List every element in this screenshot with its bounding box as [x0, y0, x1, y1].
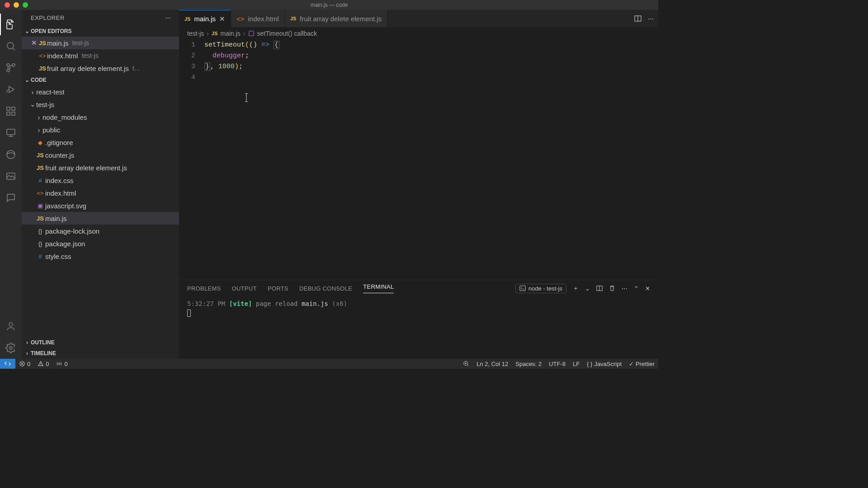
file-row[interactable]: JS counter.js	[22, 149, 179, 161]
titlebar: main.js — code	[0, 0, 658, 10]
panel-tab-problems[interactable]: PROBLEMS	[187, 285, 221, 292]
file-row[interactable]: JS fruit array delete element.js	[22, 161, 179, 174]
folder-row[interactable]: › react-test	[22, 85, 179, 98]
braces-icon: { }	[587, 361, 592, 367]
status-errors[interactable]: 0	[15, 361, 34, 367]
run-debug-icon[interactable]	[0, 79, 22, 100]
file-row[interactable]: ◆ .gitignore	[22, 136, 179, 149]
file-row[interactable]: # style.css	[22, 250, 179, 263]
file-row[interactable]: {} package.json	[22, 237, 179, 250]
open-editor-item[interactable]: ✕ <> index.html test-js	[22, 49, 179, 62]
settings-gear-icon[interactable]	[0, 337, 22, 359]
text-cursor-icon	[243, 93, 250, 102]
account-icon[interactable]	[0, 315, 22, 337]
panel-tab-output[interactable]: OUTPUT	[232, 285, 257, 292]
remote-explorer-icon[interactable]	[0, 122, 22, 144]
outline-section[interactable]: › OUTLINE	[22, 337, 179, 348]
status-encoding[interactable]: UTF-8	[545, 361, 569, 367]
close-icon[interactable]: ✕	[30, 39, 38, 47]
terminal-output[interactable]: 5:32:27 PM [vite] page reload main.js (x…	[179, 296, 658, 359]
close-tab-icon[interactable]: ✕	[219, 15, 225, 23]
svg-rect-14	[249, 31, 254, 36]
svg-rect-5	[7, 112, 10, 115]
source-control-icon[interactable]	[0, 57, 22, 79]
panel-more-icon[interactable]: ⋯	[622, 285, 627, 292]
code-section[interactable]: ⌄ CODE	[22, 75, 179, 85]
svg-rect-7	[12, 107, 15, 110]
file-row[interactable]: # index.css	[22, 174, 179, 187]
status-zoom[interactable]	[459, 361, 473, 367]
search-icon[interactable]	[0, 35, 22, 57]
split-editor-icon[interactable]	[634, 15, 642, 22]
warning-icon	[38, 361, 44, 367]
kill-terminal-icon[interactable]	[609, 285, 615, 291]
js-file-icon: JS	[290, 16, 296, 21]
editor-tab[interactable]: JS fruit array delete element.js	[285, 10, 387, 27]
js-file-icon: JS	[35, 152, 45, 159]
breadcrumbs[interactable]: test-js › JS main.js › setTimeout() call…	[179, 27, 658, 40]
html-file-icon: <>	[236, 15, 245, 23]
timeline-section[interactable]: › TIMELINE	[22, 348, 179, 359]
edge-icon[interactable]	[0, 144, 22, 165]
js-file-icon: JS	[38, 65, 47, 72]
radio-icon	[56, 361, 62, 367]
error-icon	[19, 361, 25, 367]
folder-row[interactable]: › node_modules	[22, 111, 179, 123]
code-editor[interactable]: 1 2 3 4 setTimeout(() => { debugger; }, …	[179, 40, 658, 280]
open-editors-section[interactable]: ⌄ OPEN EDITORS	[22, 26, 179, 37]
open-editor-item[interactable]: ✕ JS fruit array delete element.js t…	[22, 62, 179, 75]
remote-indicator[interactable]	[0, 359, 15, 369]
new-terminal-icon[interactable]: ＋	[573, 284, 579, 292]
terminal-selector[interactable]: node - test-js	[515, 284, 566, 293]
window-title: main.js — code	[311, 2, 348, 8]
close-window-button[interactable]	[5, 2, 10, 8]
file-row[interactable]: ▣ javascript.svg	[22, 199, 179, 212]
status-eol[interactable]: LF	[569, 361, 583, 367]
split-terminal-icon[interactable]	[596, 285, 603, 291]
html-file-icon: <>	[35, 190, 45, 197]
panel-tab-ports[interactable]: PORTS	[268, 285, 288, 292]
panel-tab-terminal[interactable]: TERMINAL	[363, 283, 394, 293]
editor-area: JS main.js ✕ <> index.html JS fruit arra…	[179, 10, 658, 359]
editor-tab[interactable]: JS main.js ✕	[179, 10, 231, 27]
svg-point-1	[12, 64, 15, 66]
svg-rect-8	[7, 129, 15, 135]
file-row[interactable]: <> index.html	[22, 187, 179, 199]
close-panel-icon[interactable]: ✕	[645, 285, 650, 292]
svg-point-18	[59, 363, 61, 365]
status-prettier[interactable]: ✓ Prettier	[625, 361, 658, 367]
svg-rect-15	[520, 286, 525, 291]
file-row[interactable]: JS main.js	[22, 212, 179, 225]
extensions-icon[interactable]	[0, 100, 22, 122]
image-icon[interactable]	[0, 165, 22, 187]
maximize-panel-icon[interactable]: ⌃	[634, 285, 639, 292]
open-editor-item[interactable]: ✕ JS main.js test-js	[22, 37, 179, 49]
file-row[interactable]: {} package-lock.json	[22, 225, 179, 237]
panel-tab-debug-console[interactable]: DEBUG CONSOLE	[299, 285, 352, 292]
terminal-cursor	[187, 310, 191, 317]
status-ports[interactable]: 0	[52, 361, 71, 367]
svg-point-2	[7, 69, 9, 72]
more-actions-icon[interactable]: ⋯	[648, 15, 654, 22]
terminal-dropdown-icon[interactable]: ⌄	[585, 285, 590, 292]
status-bar: 0 0 0 Ln 2, Col 12 Spaces: 2 UTF-8 LF { …	[0, 359, 658, 369]
folder-row[interactable]: › public	[22, 123, 179, 136]
folder-row[interactable]: ⌄ test-js	[22, 98, 179, 111]
explorer-more-icon[interactable]: ⋯	[165, 14, 171, 21]
editor-tabs: JS main.js ✕ <> index.html JS fruit arra…	[179, 10, 658, 27]
minimize-window-button[interactable]	[14, 2, 19, 8]
status-warnings[interactable]: 0	[34, 361, 52, 367]
status-indentation[interactable]: Spaces: 2	[512, 361, 545, 367]
chevron-down-icon: ⌄	[24, 28, 31, 34]
explorer-icon[interactable]	[0, 14, 22, 35]
activity-bar	[0, 10, 22, 359]
status-language[interactable]: { } JavaScript	[583, 361, 625, 367]
editor-tab[interactable]: <> index.html	[231, 10, 285, 27]
js-file-icon: JS	[184, 16, 190, 22]
comment-icon[interactable]	[0, 187, 22, 209]
chevron-right-icon: ›	[29, 88, 36, 96]
html-file-icon: <>	[38, 52, 47, 59]
status-cursor-position[interactable]: Ln 2, Col 12	[473, 361, 512, 367]
chevron-right-icon: ›	[24, 350, 31, 357]
maximize-window-button[interactable]	[23, 2, 28, 8]
